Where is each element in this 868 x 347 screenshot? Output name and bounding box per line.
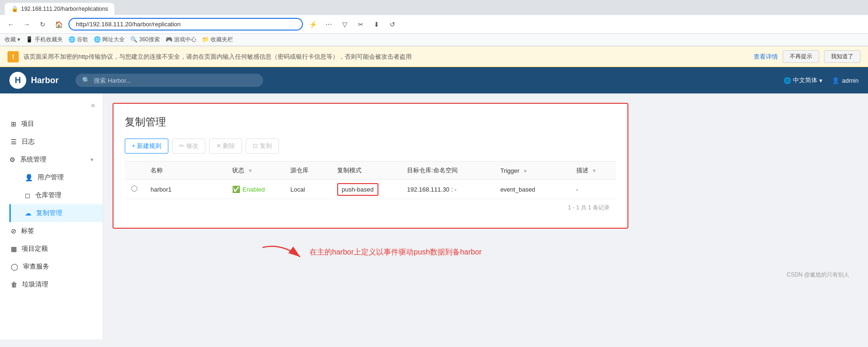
sidebar-item-logs[interactable]: ☰ 日志 bbox=[0, 133, 103, 151]
sidebar-item-label-system: 系统管理 bbox=[20, 155, 46, 164]
download-button[interactable]: ⬇ bbox=[370, 18, 383, 31]
user-menu[interactable]: 👤 admin bbox=[832, 77, 859, 84]
col-mode: 复制模式 bbox=[331, 162, 400, 180]
warning-text: 该页面采用不加密的http传输协议，与您建立的连接不安全，请勿在页面内输入任何敏… bbox=[23, 53, 749, 61]
replication-icon: ☁ bbox=[25, 209, 31, 217]
harbor-logo-text: Harbor bbox=[31, 76, 59, 85]
warning-detail-link[interactable]: 查看详情 bbox=[754, 53, 778, 61]
security-warning-bar: ! 该页面采用不加密的http传输协议，与您建立的连接不安全，请勿在页面内输入任… bbox=[0, 46, 868, 67]
content-box: 复制管理 + 新建规则 ✏ 修改 ✕ 删除 ⊡ 复制 bbox=[113, 103, 628, 229]
page-title: 复制管理 bbox=[125, 115, 616, 129]
collapse-icon: « bbox=[91, 101, 95, 109]
warning-icon: ! bbox=[8, 51, 19, 62]
sidebar-item-replication[interactable]: ☁ 复制管理 bbox=[9, 204, 103, 222]
sidebar-item-system-admin[interactable]: ⚙ 系统管理 ▾ bbox=[0, 151, 103, 169]
undo-button[interactable]: ↺ bbox=[386, 18, 399, 31]
sidebar-item-audit[interactable]: ◯ 审查服务 bbox=[0, 258, 103, 276]
tab-favicon: 🔒 bbox=[11, 6, 18, 12]
row-trigger-cell: event_based bbox=[494, 180, 570, 199]
status-sort-icon[interactable]: ▼ bbox=[248, 168, 253, 173]
status-enabled: ✅ Enabled bbox=[232, 185, 277, 193]
col-name: 名称 bbox=[144, 162, 226, 180]
sidebar-item-labels[interactable]: ⊘ 标签 bbox=[0, 222, 103, 240]
back-button[interactable]: ← bbox=[5, 18, 17, 31]
harbor-body: « ⊞ 项目 ☰ 日志 ⚙ 系统管理 ▾ 👤 用户管理 bbox=[0, 93, 868, 339]
extensions-button[interactable]: ⚡ bbox=[307, 18, 319, 31]
search-input[interactable] bbox=[94, 77, 257, 84]
language-selector[interactable]: 🌐 中文简体 ▾ bbox=[784, 76, 823, 85]
home-button[interactable]: 🏠 bbox=[53, 18, 65, 31]
language-label: 中文简体 bbox=[793, 76, 817, 85]
row-radio-cell[interactable] bbox=[125, 180, 144, 199]
harbor-main: 复制管理 + 新建规则 ✏ 修改 ✕ 删除 ⊡ 复制 bbox=[103, 93, 868, 339]
globe-icon: 🌐 bbox=[784, 77, 791, 84]
row-status-cell: ✅ Enabled bbox=[226, 180, 284, 199]
table-row[interactable]: harbor1 ✅ Enabled Local bbox=[125, 180, 616, 199]
table-header-row: 名称 状态 ▼ 源仓库 复制模式 bbox=[125, 162, 616, 180]
reload-button[interactable]: ↻ bbox=[37, 18, 49, 31]
forward-button[interactable]: → bbox=[21, 18, 33, 31]
labels-icon: ⊘ bbox=[11, 227, 16, 235]
desc-sort-icon[interactable]: ▼ bbox=[592, 168, 596, 173]
harbor-logo-icon: H bbox=[9, 72, 26, 89]
row-mode-cell: push-based bbox=[331, 180, 400, 199]
system-admin-icon: ⚙ bbox=[9, 156, 15, 163]
bookmark-360[interactable]: 🔍 360搜索 bbox=[130, 36, 159, 44]
col-select bbox=[125, 162, 144, 180]
row-target: 192.168.111.30 : - bbox=[407, 186, 457, 193]
new-rule-button[interactable]: + 新建规则 bbox=[125, 139, 168, 154]
row-radio-input[interactable] bbox=[131, 185, 137, 192]
browser-tab[interactable]: 🔒 192.168.111.20/harbor/replications bbox=[5, 3, 114, 15]
menu-button[interactable]: ⋯ bbox=[323, 18, 335, 31]
csdn-watermark: CSDN @尴尬的只有别人 bbox=[786, 271, 849, 278]
replication-table: 名称 状态 ▼ 源仓库 复制模式 bbox=[125, 161, 616, 199]
lang-chevron-icon: ▾ bbox=[819, 77, 823, 84]
bookmark-folder[interactable]: 📁 收藏夹栏 bbox=[202, 36, 233, 44]
edit-button[interactable]: ✏ 修改 bbox=[172, 139, 205, 154]
row-source-cell: Local bbox=[284, 180, 330, 199]
annotation-text: 在主的harbor上定义以事件驱动push数据到备harbor bbox=[309, 247, 482, 257]
trigger-sort-icon[interactable]: ▼ bbox=[523, 169, 528, 174]
bookmark-nav[interactable]: 🌐 网址大全 bbox=[94, 36, 125, 44]
col-target: 目标仓库:命名空间 bbox=[400, 162, 494, 180]
row-desc-cell: - bbox=[570, 180, 617, 199]
sidebar-item-label-usermgmt: 用户管理 bbox=[38, 173, 64, 182]
warning-ok-button[interactable]: 我知道了 bbox=[824, 50, 860, 63]
bookmark-games[interactable]: 🎮 游戏中心 bbox=[166, 36, 196, 44]
browser-chrome: 🔒 192.168.111.20/harbor/replications ← →… bbox=[0, 0, 868, 46]
gc-icon: 🗑 bbox=[11, 281, 17, 288]
toolbar: + 新建规则 ✏ 修改 ✕ 删除 ⊡ 复制 bbox=[125, 139, 616, 154]
repo-icon: ◻ bbox=[25, 192, 30, 199]
bookmark-collect[interactable]: 收藏 ▾ bbox=[5, 36, 20, 44]
harbor-nav-right: 🌐 中文简体 ▾ 👤 admin bbox=[784, 76, 859, 85]
delete-button[interactable]: ✕ 删除 bbox=[209, 139, 242, 154]
harbor-logo: H Harbor bbox=[9, 72, 59, 89]
address-bar[interactable] bbox=[68, 18, 303, 31]
table-pagination: 1 - 1 共 1 条记录 bbox=[125, 199, 616, 216]
bookmark-google[interactable]: 🌐 谷歌 bbox=[68, 36, 88, 44]
sidebar-item-label-replication: 复制管理 bbox=[36, 209, 62, 217]
sidebar-item-gc[interactable]: 🗑 垃圾清理 bbox=[0, 276, 103, 293]
sidebar-collapse-button[interactable]: « bbox=[0, 101, 103, 115]
status-text: Enabled bbox=[242, 186, 265, 193]
projects-icon: ⊞ bbox=[11, 120, 16, 128]
cut-button[interactable]: ✂ bbox=[355, 18, 367, 31]
warning-dismiss-button[interactable]: 不再提示 bbox=[783, 50, 819, 63]
sidebar-item-projects[interactable]: ⊞ 项目 bbox=[0, 115, 103, 133]
sidebar-submenu-system: 👤 用户管理 ◻ 仓库管理 ☁ 复制管理 bbox=[0, 169, 103, 222]
harbor-app: H Harbor 🔍 🌐 中文简体 ▾ 👤 admin « bbox=[0, 67, 868, 339]
sidebar-item-repo-mgmt[interactable]: ◻ 仓库管理 bbox=[9, 186, 103, 204]
row-mode-highlighted: push-based bbox=[337, 183, 378, 196]
row-source: Local bbox=[290, 186, 305, 193]
sidebar-item-label-quota: 项目定额 bbox=[22, 245, 48, 253]
sidebar-item-user-mgmt[interactable]: 👤 用户管理 bbox=[9, 169, 103, 186]
csdn-footer: CSDN @尴尬的只有别人 bbox=[113, 266, 859, 284]
tab-title: 192.168.111.20/harbor/replications bbox=[21, 6, 108, 12]
harbor-search-box[interactable]: 🔍 bbox=[75, 74, 263, 87]
user-icon: 👤 bbox=[832, 77, 839, 84]
row-name-cell: harbor1 bbox=[144, 180, 226, 199]
bookmark-mobile[interactable]: 📱 手机收藏夹 bbox=[26, 36, 62, 44]
more-button[interactable]: ▽ bbox=[339, 18, 351, 31]
sidebar-item-project-quota[interactable]: ▦ 项目定额 bbox=[0, 240, 103, 258]
copy-button[interactable]: ⊡ 复制 bbox=[246, 139, 279, 154]
